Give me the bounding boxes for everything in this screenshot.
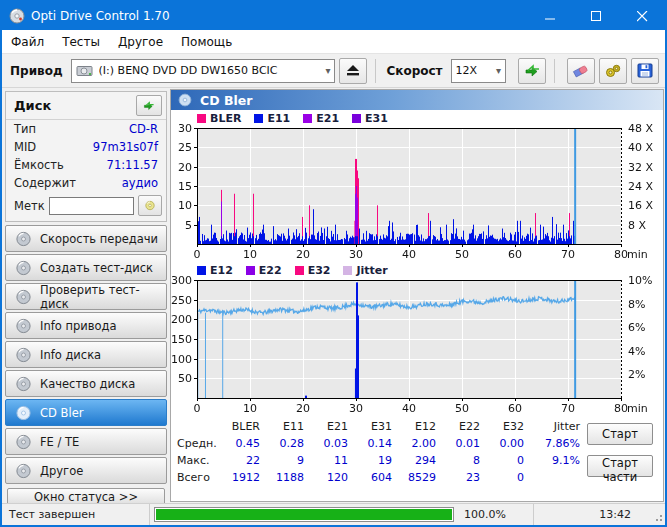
table-value: 23 (443, 471, 487, 488)
menu-bar: ФайлТестыДругоеПомощь (2, 30, 665, 54)
sidebar-item-label: Качество диска (40, 377, 135, 391)
progress-bar (154, 507, 454, 522)
bler-chart-block: BLERE11E21E31 (171, 110, 663, 262)
sidebar-item-transfer-rate[interactable]: Скорость передачи (5, 225, 167, 252)
column-header-e21: E21 (311, 420, 355, 437)
drive-label: Привод (10, 64, 63, 78)
disk-fields: ТипCD-RMID97m31s07fЁмкость71:11.57Содерж… (6, 120, 166, 192)
disk-field-value: CD-R (129, 121, 158, 137)
table-value: 2.00 (399, 437, 443, 454)
section-title: CD Bler (200, 93, 252, 108)
sidebar-item-drive-info[interactable]: Info привода (5, 312, 167, 339)
maximize-button[interactable] (573, 2, 619, 30)
column-header-e12: E12 (399, 420, 443, 437)
cd-icon (15, 463, 32, 479)
sidebar-item-fe-te[interactable]: FE / TE (5, 428, 167, 455)
menu-item-0[interactable]: Файл (2, 30, 53, 53)
legend-swatch (343, 266, 352, 275)
sidebar-item-label: Другое (40, 464, 83, 478)
rescan-disc-button[interactable] (136, 95, 162, 116)
legend-item-jitter: Jitter (343, 264, 387, 277)
table-corner (173, 420, 223, 437)
row-header: Всего (173, 471, 223, 488)
erase-button[interactable] (567, 58, 595, 84)
table-value: 0 (487, 471, 531, 488)
disk-field-2: Ёмкость71:11.57 (6, 156, 166, 174)
disk-panel: Диск ТипCD-RMID97m31s07fЁмкость71:11.57С… (5, 91, 167, 222)
row-header: Средн. (173, 437, 223, 454)
sidebar-item-create-test-disc[interactable]: Создать тест-диск (5, 254, 167, 281)
toolbar: Привод (I:) BENQ DVD DD DW1650 BCIC ▾ Ск… (2, 54, 665, 88)
table-value: 9.1% (531, 454, 587, 471)
sidebar-item-label: Проверить тест-диск (40, 283, 166, 311)
table-value: 604 (355, 471, 399, 488)
table-value: 8529 (399, 471, 443, 488)
legend-label: E31 (365, 112, 388, 125)
legend-label: Jitter (356, 264, 387, 277)
disc-label-caption: Метк (14, 199, 45, 213)
sidebar-item-label: Создать тест-диск (40, 261, 153, 275)
window-title: Opti Drive Control 1.70 (31, 9, 527, 23)
table-value: 0.14 (355, 437, 399, 454)
table-value: 9 (267, 454, 311, 471)
column-header-bler: BLER (223, 420, 267, 437)
menu-item-3[interactable]: Помощь (172, 30, 241, 53)
main-panel: CD Bler BLERE11E21E31 E12E22E32Jitter BL… (170, 89, 664, 502)
disc-label-input[interactable] (49, 197, 134, 215)
table-value: 0.03 (311, 437, 355, 454)
sidebar-item-label: Info привода (40, 319, 117, 333)
stats-table: BLERE11E21E31E12E22E32JitterСредн.0.450.… (173, 419, 587, 501)
table-value: 1912 (223, 471, 267, 488)
disk-field-value: 97m31s07f (93, 139, 158, 155)
clock: 13:42 (534, 504, 653, 525)
table-value: 8 (443, 454, 487, 471)
menu-item-2[interactable]: Другое (109, 30, 172, 53)
cd-icon (15, 405, 32, 421)
disc-label-button[interactable] (138, 195, 162, 216)
speed-select[interactable]: 12X ▾ (451, 59, 506, 83)
start-part-button[interactable]: Старт части (587, 455, 653, 477)
sidebar-item-disc-quality[interactable]: Качество диска (5, 370, 167, 397)
speed-label: Скорост (386, 64, 442, 78)
sidebar-item-misc[interactable]: Другое (5, 457, 167, 484)
refresh-drives-button[interactable] (518, 58, 546, 84)
sidebar-item-verify-test-disc[interactable]: Проверить тест-диск (5, 283, 167, 310)
bler-chart (171, 124, 661, 262)
resize-grip[interactable] (653, 504, 665, 525)
legend-item-e12: E12 (197, 264, 233, 277)
menu-item-1[interactable]: Тесты (53, 30, 109, 53)
progress-percent: 100.0% (458, 504, 534, 525)
table-value: 0.28 (267, 437, 311, 454)
app-window: Opti Drive Control 1.70 ФайлТестыДругоеП… (0, 0, 667, 527)
drive-value: (I:) BENQ DVD DD DW1650 BCIC (99, 64, 322, 77)
start-button[interactable]: Старт (587, 423, 653, 445)
save-button[interactable] (631, 58, 659, 84)
legend-item-e31: E31 (352, 112, 388, 125)
drive-icon (76, 64, 94, 78)
legend-label: BLER (210, 112, 241, 125)
speed-value: 12X (456, 64, 492, 77)
cd-icon (178, 93, 192, 107)
legend-label: E21 (316, 112, 339, 125)
minimize-button[interactable] (527, 2, 573, 30)
settings-button[interactable] (599, 58, 627, 84)
cd-icon (15, 231, 32, 247)
drive-select[interactable]: (I:) BENQ DVD DD DW1650 BCIC ▾ (71, 59, 336, 83)
legend-item-e32: E32 (295, 264, 331, 277)
stats-row: BLERE11E21E31E12E22E32JitterСредн.0.450.… (171, 416, 663, 501)
disk-field-label: MID (14, 139, 36, 155)
cd-icon (15, 260, 32, 276)
sidebar-item-cd-bler[interactable]: CD Bler (5, 399, 167, 426)
close-button[interactable] (619, 2, 665, 30)
progress-cell (150, 504, 458, 525)
eject-button[interactable] (339, 58, 367, 84)
legend-swatch (295, 266, 304, 275)
sidebar-item-label: FE / TE (40, 435, 79, 449)
row-header: Макс. (173, 454, 223, 471)
e12-chart-legend: E12E22E32Jitter (171, 262, 663, 276)
sidebar-item-disc-info[interactable]: Info диска (5, 341, 167, 368)
cd-icon (15, 289, 32, 305)
disk-field-label: Содержит (14, 175, 76, 191)
legend-item-e22: E22 (246, 264, 282, 277)
title-bar[interactable]: Opti Drive Control 1.70 (2, 2, 665, 30)
